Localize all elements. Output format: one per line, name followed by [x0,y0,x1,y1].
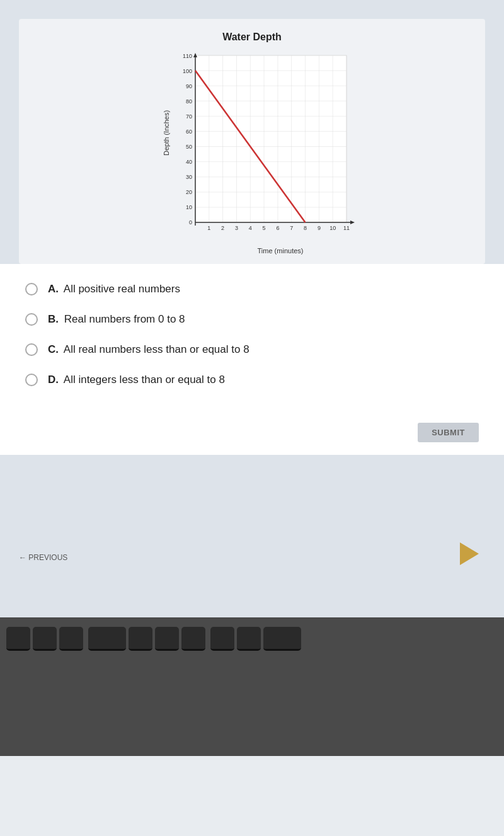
svg-text:3: 3 [235,225,238,231]
svg-text:60: 60 [186,129,192,135]
submit-area: SUBMIT [0,423,504,455]
key-5[interactable] [129,627,152,651]
key-8[interactable] [210,627,234,651]
submit-button[interactable]: SUBMIT [418,423,479,442]
svg-marker-24 [193,53,197,57]
svg-text:8: 8 [304,225,307,231]
x-axis-label: Time (minutes) [195,247,365,255]
svg-rect-0 [195,55,346,222]
next-arrow[interactable] [460,542,479,565]
answer-option-b[interactable]: B. Real numbers from 0 to 8 [25,313,479,326]
bottom-nav: ← PREVIOUS [0,455,504,581]
key-6[interactable] [155,627,179,651]
svg-text:1: 1 [207,225,210,231]
svg-marker-25 [350,220,355,224]
svg-text:50: 50 [186,144,192,150]
chart-svg: 0 10 20 30 40 50 60 70 80 90 100 110 1 2… [170,49,365,244]
svg-text:11: 11 [343,225,350,231]
answer-text-a: A. All positive real numbers [48,283,180,295]
svg-text:10: 10 [186,204,192,210]
svg-text:110: 110 [183,53,192,59]
svg-text:70: 70 [186,113,192,120]
svg-text:7: 7 [290,225,293,231]
key-10[interactable] [263,627,301,651]
page-content: Water Depth Depth (Inches) [0,0,504,617]
graph-section: Water Depth Depth (Inches) [19,19,485,264]
graph-title: Water Depth [222,31,282,43]
svg-text:90: 90 [186,83,192,89]
key-1[interactable] [6,627,30,651]
answer-option-a[interactable]: A. All positive real numbers [25,283,479,295]
svg-text:4: 4 [249,225,252,231]
answer-text-d: D. All integers less than or equal to 8 [48,374,225,386]
key-9[interactable] [237,627,261,651]
svg-text:20: 20 [186,189,192,195]
key-3[interactable] [59,627,83,651]
key-2[interactable] [33,627,57,651]
answer-option-c[interactable]: C. All real numbers less than or equal t… [25,343,479,356]
y-axis-label: Depth (Inches) [163,110,170,156]
svg-text:30: 30 [186,174,192,180]
radio-a[interactable] [25,283,38,295]
radio-d[interactable] [25,374,38,386]
answers-section: A. All positive real numbers B. Real num… [0,264,504,423]
key-group-2 [88,627,205,651]
svg-text:5: 5 [263,225,266,231]
svg-text:10: 10 [329,225,336,231]
answer-text-b: B. Real numbers from 0 to 8 [48,313,185,326]
svg-text:9: 9 [318,225,321,231]
svg-text:2: 2 [221,225,224,231]
radio-b[interactable] [25,313,38,326]
svg-text:100: 100 [183,68,192,74]
svg-text:80: 80 [186,98,192,105]
svg-text:6: 6 [276,225,279,231]
svg-text:40: 40 [186,159,192,165]
svg-text:0: 0 [189,219,192,226]
key-group-3 [210,627,301,651]
answer-text-c: C. All real numbers less than or equal t… [48,343,249,356]
previous-link[interactable]: ← PREVIOUS [19,553,67,562]
radio-c[interactable] [25,343,38,356]
key-7[interactable] [181,627,205,651]
key-4[interactable] [88,627,126,651]
answer-option-d[interactable]: D. All integers less than or equal to 8 [25,374,479,386]
keyboard-area [0,617,504,756]
key-group-1 [6,627,83,651]
